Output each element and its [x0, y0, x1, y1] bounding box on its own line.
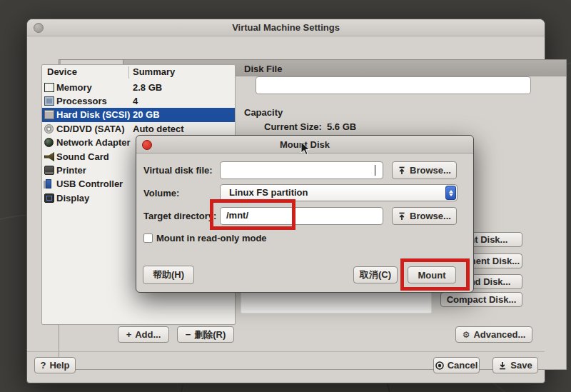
device-label: Display [56, 193, 89, 203]
help-button[interactable]: ? Help [34, 357, 76, 373]
mouse-cursor-icon [300, 141, 311, 159]
volume-selected-value: Linux FS partition [229, 187, 308, 198]
device-label: CD/DVD (SATA) [56, 124, 125, 134]
summary-value: 2.8 GB [133, 82, 162, 93]
printer-icon [44, 166, 54, 175]
table-row-cd-dvd[interactable]: CD/DVD (SATA) Auto detect [42, 122, 235, 136]
disk-file-input[interactable] [256, 76, 531, 94]
cancel-button-label: Cancel [448, 360, 478, 371]
annotation-target-directory [210, 199, 295, 230]
add-button-label: Add... [135, 329, 161, 340]
readonly-checkbox[interactable] [143, 233, 153, 243]
hard-disk-icon [44, 110, 54, 119]
browse-button-label: Browse... [410, 165, 451, 176]
window-title: Virtual Machine Settings [27, 19, 545, 36]
help-button-label: Help [49, 360, 69, 371]
usb-icon [46, 179, 51, 189]
browse-target-directory-button[interactable]: Browse... [392, 207, 457, 225]
save-button-label: Save [510, 360, 532, 371]
cd-dvd-icon [44, 124, 54, 134]
plus-icon: + [126, 329, 132, 340]
capacity-section-label: Capacity [244, 107, 283, 118]
disk-file-section-label: Disk File [244, 64, 282, 74]
cancel-button[interactable]: Cancel [433, 357, 480, 373]
summary-value: 4 [133, 96, 138, 106]
device-label: Network Adapter [56, 137, 131, 148]
cancel-icon [435, 361, 444, 370]
device-label: USB Controller [56, 179, 123, 189]
remove-device-button[interactable]: − 删除(R) [177, 326, 234, 343]
save-button[interactable]: Save [492, 357, 538, 373]
table-row-processors[interactable]: Processors 4 [42, 94, 235, 109]
processor-icon [44, 96, 54, 106]
table-row-hard-disk[interactable]: Hard Disk (SCSI) 20 GB [42, 108, 235, 122]
device-label: Sound Card [56, 151, 109, 162]
device-label: Processors [56, 96, 107, 106]
table-row-memory[interactable]: Memory 2.8 GB [42, 81, 235, 95]
current-size-value: 5.6 GB [327, 121, 356, 132]
compact-disk-button[interactable]: Compact Disk... [440, 292, 522, 307]
question-icon: ? [40, 360, 46, 371]
dialog-cancel-button[interactable]: 取消(C) [353, 266, 398, 283]
content-area [241, 291, 432, 313]
summary-value: Auto detect [133, 124, 184, 134]
target-directory-label: Target directory: [143, 211, 216, 221]
device-label: Printer [56, 165, 86, 176]
advanced-button[interactable]: ⚙ Advanced... [455, 326, 532, 343]
sound-card-icon [44, 152, 54, 161]
current-size-label: Current Size: [264, 121, 322, 132]
dialog-close-icon[interactable] [142, 140, 152, 150]
volume-label: Volume: [143, 188, 179, 198]
browse-button-label: Browse... [410, 211, 451, 221]
advanced-button-label: Advanced... [473, 329, 525, 340]
network-icon [44, 138, 54, 147]
summary-value: 20 GB [133, 109, 160, 120]
bottom-divider [27, 351, 545, 352]
memory-icon [44, 83, 54, 92]
dropdown-spinner-icon[interactable] [445, 186, 456, 200]
browse-virtual-disk-button[interactable]: Browse... [392, 161, 457, 179]
column-header-device: Device [47, 66, 77, 77]
gear-icon: ⚙ [463, 330, 470, 340]
add-device-button[interactable]: + Add... [118, 326, 169, 343]
minus-icon: − [186, 329, 191, 340]
desktop: Virtual Machine Settings Hardware Option… [0, 0, 571, 392]
virtual-disk-file-input[interactable] [220, 161, 383, 179]
window-close-icon[interactable] [34, 23, 44, 33]
window-titlebar[interactable]: Virtual Machine Settings [27, 19, 545, 36]
text-caret [375, 165, 375, 176]
remove-button-label: 删除(R) [194, 328, 226, 341]
readonly-checkbox-label: Mount in read-only mode [156, 233, 267, 243]
column-divider [128, 66, 129, 79]
device-list-header: Device Summary [42, 65, 235, 80]
device-label: Memory [56, 82, 92, 93]
virtual-disk-file-label: Virtual disk file: [143, 165, 213, 176]
column-header-summary: Summary [133, 66, 175, 77]
annotation-mount-button [400, 258, 470, 291]
dialog-help-button[interactable]: 帮助(H) [143, 266, 194, 284]
device-label: Hard Disk (SCSI) [56, 109, 130, 120]
upload-arrow-icon [398, 212, 406, 221]
save-icon [498, 361, 507, 370]
display-icon [44, 194, 54, 203]
upload-arrow-icon [398, 166, 406, 175]
